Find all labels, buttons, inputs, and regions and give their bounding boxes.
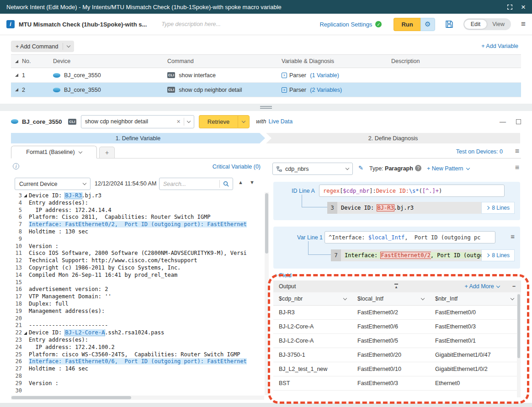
tab-format1-baseline[interactable]: Format1 (Baseline) — [11, 146, 97, 159]
step-define-diagnosis[interactable]: 2. Define Diagnosis — [266, 133, 520, 143]
parser-variables-link[interactable]: (1 Variable) — [310, 72, 339, 79]
search-input[interactable]: Search... — [159, 178, 233, 190]
device-selector-chevron-icon[interactable] — [83, 181, 86, 185]
device-selector[interactable]: Current Device — [15, 178, 90, 190]
editor-line: 29Version : — [11, 380, 264, 387]
line-number: 19 — [11, 308, 22, 315]
editor-line: 30 — [11, 387, 264, 395]
description-input[interactable]: Type description here... — [161, 21, 319, 27]
view-toggle[interactable]: View — [487, 20, 510, 29]
retrieve-chevron-icon[interactable] — [238, 115, 250, 128]
editor-horizontal-scrollbar[interactable] — [11, 396, 264, 400]
line-number: 15 — [11, 279, 22, 286]
output-column-header: $cdp_nbr $local_Intf $nbr_Intf — [273, 292, 521, 306]
var-line-menu-icon[interactable]: ≡ — [511, 233, 515, 240]
editor-line: 5 IP address: 172.24.14.4 — [11, 207, 264, 214]
raw-output-editor[interactable]: 3Device ID: BJ-R3.bj.r34Entry address(es… — [11, 192, 264, 395]
column-cdp-nbr[interactable]: $cdp_nbr — [273, 292, 352, 305]
device-icon — [53, 73, 60, 78]
add-more-link[interactable]: + Add More — [464, 283, 494, 290]
editor-line: 28 — [11, 373, 264, 380]
new-pattern-chevron-icon[interactable] — [466, 166, 469, 169]
var-line-lines-link[interactable]: 8 Lines — [481, 249, 515, 261]
add-variable-link[interactable]: + Add Variable — [481, 43, 518, 49]
replication-settings-link[interactable]: Replication Settings — [319, 21, 372, 28]
variable-selector[interactable]: cdp_nbrs — [272, 163, 353, 175]
line-number: 13 — [11, 264, 22, 272]
id-line-sample-text: Device ID: BJ-R3.bj.r3 — [337, 202, 481, 214]
pattern-menu-icon[interactable]: ≡ — [515, 164, 519, 172]
edit-view-toggle[interactable]: Edit View — [463, 18, 511, 30]
command-select[interactable]: show cdp neighbor detail × — [81, 115, 194, 128]
maximize-pane-icon[interactable] — [516, 119, 521, 124]
add-command-button[interactable]: + Add Command — [11, 41, 74, 52]
id-line-regex-input[interactable]: regex[$cdp_nbr]:Device ID:\s*([^.]+) — [319, 185, 505, 197]
collapse-pane-icon[interactable]: — — [500, 118, 506, 125]
var-line-pattern-input[interactable]: ^Interface: $local_Intf, Port ID (outgoi… — [325, 231, 495, 243]
column-nbr-intf[interactable]: $nbr_Intf — [430, 292, 521, 305]
help-icon[interactable]: ? — [415, 165, 421, 171]
save-icon[interactable] — [445, 20, 453, 28]
collapse-output-icon[interactable]: ▲ — [394, 284, 398, 289]
output-row[interactable]: BJ_L2_test_1_newFastEthernet0/10GigabitE… — [273, 362, 521, 376]
edit-toggle[interactable]: Edit — [464, 20, 487, 29]
intent-header: i MTU Mismatch Check (1hub-1Spoke)-with … — [0, 14, 532, 35]
edit-variable-icon[interactable]: ✎ — [358, 164, 363, 171]
test-on-devices-link[interactable]: Test on Devices: 0 — [456, 148, 503, 155]
line-number: 5 — [11, 207, 22, 214]
close-icon[interactable]: × — [521, 3, 526, 11]
variable-selector-chevron-icon[interactable] — [346, 166, 349, 170]
add-format-tab[interactable]: + — [99, 147, 115, 158]
header-menu-icon[interactable]: ≡ — [521, 20, 526, 29]
editor-line: 17VTP Management Domain: '' — [11, 293, 264, 301]
output-row[interactable]: BJ-L2-Core-AFastEthernet0/6FastEthernet0… — [273, 320, 521, 334]
output-row[interactable]: BJ-3750-1FastEthernet0/20GigabitEthernet… — [273, 348, 521, 362]
search-icon[interactable] — [223, 181, 229, 187]
search-prev-icon[interactable]: ▲ — [238, 180, 243, 185]
column-chevron-icon[interactable] — [343, 296, 347, 300]
command-chevron-icon[interactable] — [187, 119, 191, 122]
new-pattern-link[interactable]: + New Pattern — [427, 165, 463, 172]
column-chevron-icon[interactable] — [511, 296, 514, 300]
output-scrollbar[interactable] — [517, 293, 521, 397]
expand-row-icon[interactable] — [15, 74, 18, 77]
output-header: Output ▲ + Add More − — [273, 280, 521, 292]
clear-command-icon[interactable]: × — [177, 118, 181, 125]
line-number: 18 — [11, 301, 22, 308]
search-next-icon[interactable]: ▼ — [250, 180, 255, 185]
add-command-chevron-icon[interactable] — [63, 46, 74, 47]
column-chevron-icon[interactable] — [421, 296, 425, 300]
editor-line: 27Holdtime : 146 sec — [11, 365, 264, 373]
output-row[interactable]: BJ-L2-Core-AFastEthernet0/5FastEthernet0… — [273, 334, 521, 348]
scrollbar-thumb[interactable] — [265, 193, 268, 254]
table-row[interactable]: 2BJ_core_3550CLIshow cdp neighbor detail… — [11, 83, 521, 97]
tab-row-menu-icon[interactable]: ≡ — [515, 147, 519, 155]
fold-icon[interactable] — [24, 332, 27, 335]
add-more-chevron-icon[interactable] — [496, 284, 500, 287]
expand-all-icon[interactable] — [15, 60, 18, 63]
live-data-link[interactable]: Live Data — [268, 118, 293, 125]
critical-variable-link[interactable]: Critical Variable (0) — [11, 164, 261, 170]
editor-line: 26Interface: FastEthernet0/6, Port ID (o… — [11, 358, 264, 365]
parser-variables-link[interactable]: (2 Variables) — [310, 87, 342, 93]
editor-vertical-scrollbar[interactable] — [265, 192, 269, 395]
minimize-output-icon[interactable]: − — [512, 283, 516, 290]
scrollbar-thumb[interactable] — [517, 294, 520, 358]
id-line-lines-link[interactable]: 8 Lines — [481, 202, 515, 214]
tab-chevron-icon[interactable] — [78, 149, 82, 153]
table-row[interactable]: 1BJ_core_3550CLIshow interfacexParser (1… — [11, 68, 521, 83]
run-button[interactable]: Run — [394, 18, 420, 31]
output-row[interactable]: BJ-R3FastEthernet0/2FastEthernet0/0 — [273, 306, 521, 320]
add-field-link[interactable]: + Field — [274, 272, 292, 279]
maximize-icon[interactable] — [507, 4, 513, 10]
retrieve-button[interactable]: Retrieve — [199, 115, 238, 128]
output-row[interactable]: BSTFastEthernet0/3Ethernet0 — [273, 376, 521, 391]
step-define-variable[interactable]: 1. Define Variable — [11, 133, 265, 143]
column-local-intf[interactable]: $local_Intf — [352, 292, 430, 305]
scrollbar-thumb[interactable] — [11, 396, 131, 399]
section-splitter[interactable] — [0, 104, 532, 111]
expand-row-icon[interactable] — [15, 88, 18, 91]
fold-icon[interactable] — [24, 194, 27, 197]
run-settings-gear-icon[interactable]: ⚙ — [420, 18, 435, 31]
editor-line: 24 IP address: 172.24.100.2 — [11, 344, 264, 351]
